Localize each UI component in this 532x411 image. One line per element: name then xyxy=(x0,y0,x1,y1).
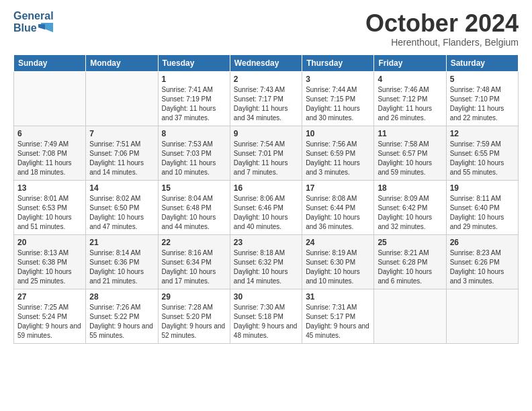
day-number: 16 xyxy=(234,183,298,193)
day-info: Sunrise: 8:23 AMSunset: 6:26 PMDaylight:… xyxy=(450,249,504,285)
day-info: Sunrise: 7:26 AMSunset: 5:22 PMDaylight:… xyxy=(89,304,153,339)
day-info: Sunrise: 7:31 AMSunset: 5:17 PMDaylight:… xyxy=(306,304,369,339)
day-info: Sunrise: 8:11 AMSunset: 6:40 PMDaylight:… xyxy=(450,195,504,230)
week-row-4: 27Sunrise: 7:25 AMSunset: 5:24 PMDayligh… xyxy=(14,289,519,343)
day-cell: 13Sunrise: 8:01 AMSunset: 6:53 PMDayligh… xyxy=(14,180,86,234)
day-cell xyxy=(14,71,86,126)
day-info: Sunrise: 8:21 AMSunset: 6:28 PMDaylight:… xyxy=(378,249,432,285)
day-info: Sunrise: 7:41 AMSunset: 7:19 PMDaylight:… xyxy=(162,86,216,122)
day-info: Sunrise: 7:58 AMSunset: 6:57 PMDaylight:… xyxy=(378,140,432,176)
day-number: 4 xyxy=(378,75,442,84)
day-cell: 15Sunrise: 8:04 AMSunset: 6:48 PMDayligh… xyxy=(158,180,230,234)
day-cell: 22Sunrise: 8:16 AMSunset: 6:34 PMDayligh… xyxy=(158,234,230,289)
day-info: Sunrise: 8:04 AMSunset: 6:48 PMDaylight:… xyxy=(162,195,216,230)
calendar-table: Sunday Monday Tuesday Wednesday Thursday… xyxy=(13,54,519,344)
day-info: Sunrise: 8:02 AMSunset: 6:50 PMDaylight:… xyxy=(89,195,144,230)
day-cell: 16Sunrise: 8:06 AMSunset: 6:46 PMDayligh… xyxy=(230,180,302,234)
day-info: Sunrise: 7:44 AMSunset: 7:15 PMDaylight:… xyxy=(306,86,360,122)
day-cell xyxy=(374,289,446,343)
day-cell: 9Sunrise: 7:54 AMSunset: 7:01 PMDaylight… xyxy=(230,126,302,180)
day-info: Sunrise: 7:49 AMSunset: 7:08 PMDaylight:… xyxy=(17,140,72,176)
day-cell: 20Sunrise: 8:13 AMSunset: 6:38 PMDayligh… xyxy=(14,234,86,289)
day-number: 8 xyxy=(162,129,226,138)
day-info: Sunrise: 7:56 AMSunset: 6:59 PMDaylight:… xyxy=(306,140,360,176)
col-tuesday: Tuesday xyxy=(158,54,230,71)
col-saturday: Saturday xyxy=(446,54,518,71)
day-cell: 17Sunrise: 8:08 AMSunset: 6:44 PMDayligh… xyxy=(302,180,374,234)
day-info: Sunrise: 8:19 AMSunset: 6:30 PMDaylight:… xyxy=(306,249,360,285)
day-cell xyxy=(446,289,518,343)
calendar-page: General Blue October 2024 Herenthout, Fl… xyxy=(0,0,532,354)
day-info: Sunrise: 8:13 AMSunset: 6:38 PMDaylight:… xyxy=(17,249,72,285)
day-cell: 2Sunrise: 7:43 AMSunset: 7:17 PMDaylight… xyxy=(230,71,302,126)
col-thursday: Thursday xyxy=(302,54,374,71)
day-info: Sunrise: 7:53 AMSunset: 7:03 PMDaylight:… xyxy=(162,140,216,176)
day-number: 2 xyxy=(234,75,298,84)
day-cell: 29Sunrise: 7:28 AMSunset: 5:20 PMDayligh… xyxy=(158,289,230,343)
header-row: Sunday Monday Tuesday Wednesday Thursday… xyxy=(14,54,519,71)
col-sunday: Sunday xyxy=(14,54,86,71)
day-number: 10 xyxy=(306,129,370,138)
day-info: Sunrise: 7:30 AMSunset: 5:18 PMDaylight:… xyxy=(234,304,298,339)
day-info: Sunrise: 7:43 AMSunset: 7:17 PMDaylight:… xyxy=(234,86,288,122)
day-number: 15 xyxy=(162,183,226,193)
day-cell: 27Sunrise: 7:25 AMSunset: 5:24 PMDayligh… xyxy=(14,289,86,343)
day-info: Sunrise: 7:51 AMSunset: 7:06 PMDaylight:… xyxy=(89,140,144,176)
day-number: 17 xyxy=(306,183,370,193)
day-info: Sunrise: 8:06 AMSunset: 6:46 PMDaylight:… xyxy=(234,195,288,230)
day-info: Sunrise: 7:48 AMSunset: 7:10 PMDaylight:… xyxy=(450,86,504,122)
day-info: Sunrise: 8:08 AMSunset: 6:44 PMDaylight:… xyxy=(306,195,360,230)
title-block: October 2024 Herenthout, Flanders, Belgi… xyxy=(365,10,519,48)
week-row-3: 20Sunrise: 8:13 AMSunset: 6:38 PMDayligh… xyxy=(14,234,519,289)
day-number: 5 xyxy=(450,75,515,84)
day-info: Sunrise: 7:25 AMSunset: 5:24 PMDaylight:… xyxy=(17,304,81,339)
day-cell: 31Sunrise: 7:31 AMSunset: 5:17 PMDayligh… xyxy=(302,289,374,343)
day-cell: 12Sunrise: 7:59 AMSunset: 6:55 PMDayligh… xyxy=(446,126,518,180)
day-info: Sunrise: 7:54 AMSunset: 7:01 PMDaylight:… xyxy=(234,140,288,176)
day-info: Sunrise: 7:59 AMSunset: 6:55 PMDaylight:… xyxy=(450,140,504,176)
day-number: 24 xyxy=(306,238,370,247)
day-number: 19 xyxy=(450,183,515,193)
day-number: 9 xyxy=(234,129,298,138)
location: Herenthout, Flanders, Belgium xyxy=(365,37,519,48)
week-row-0: 1Sunrise: 7:41 AMSunset: 7:19 PMDaylight… xyxy=(14,71,519,126)
day-number: 29 xyxy=(162,292,226,302)
month-title: October 2024 xyxy=(365,10,519,37)
day-number: 13 xyxy=(17,183,82,193)
day-info: Sunrise: 8:01 AMSunset: 6:53 PMDaylight:… xyxy=(17,195,72,230)
day-cell: 1Sunrise: 7:41 AMSunset: 7:19 PMDaylight… xyxy=(158,71,230,126)
col-wednesday: Wednesday xyxy=(230,54,302,71)
day-info: Sunrise: 8:09 AMSunset: 6:42 PMDaylight:… xyxy=(378,195,432,230)
day-number: 1 xyxy=(162,75,226,84)
col-monday: Monday xyxy=(86,54,158,71)
day-cell: 6Sunrise: 7:49 AMSunset: 7:08 PMDaylight… xyxy=(14,126,86,180)
day-cell: 25Sunrise: 8:21 AMSunset: 6:28 PMDayligh… xyxy=(374,234,446,289)
day-cell: 23Sunrise: 8:18 AMSunset: 6:32 PMDayligh… xyxy=(230,234,302,289)
col-friday: Friday xyxy=(374,54,446,71)
day-cell: 14Sunrise: 8:02 AMSunset: 6:50 PMDayligh… xyxy=(86,180,158,234)
week-row-1: 6Sunrise: 7:49 AMSunset: 7:08 PMDaylight… xyxy=(14,126,519,180)
day-number: 3 xyxy=(306,75,370,84)
day-number: 6 xyxy=(17,129,82,138)
day-cell: 5Sunrise: 7:48 AMSunset: 7:10 PMDaylight… xyxy=(446,71,518,126)
day-cell: 4Sunrise: 7:46 AMSunset: 7:12 PMDaylight… xyxy=(374,71,446,126)
day-cell: 8Sunrise: 7:53 AMSunset: 7:03 PMDaylight… xyxy=(158,126,230,180)
day-number: 22 xyxy=(162,238,226,247)
day-number: 23 xyxy=(234,238,298,247)
day-number: 28 xyxy=(89,292,154,302)
header: General Blue October 2024 Herenthout, Fl… xyxy=(13,10,519,48)
day-number: 21 xyxy=(89,238,154,247)
day-number: 31 xyxy=(306,292,370,302)
logo: General Blue xyxy=(13,10,54,34)
day-info: Sunrise: 8:14 AMSunset: 6:36 PMDaylight:… xyxy=(89,249,144,285)
day-number: 12 xyxy=(450,129,515,138)
week-row-2: 13Sunrise: 8:01 AMSunset: 6:53 PMDayligh… xyxy=(14,180,519,234)
day-number: 11 xyxy=(378,129,442,138)
day-number: 27 xyxy=(17,292,82,302)
day-cell: 7Sunrise: 7:51 AMSunset: 7:06 PMDaylight… xyxy=(86,126,158,180)
day-cell: 26Sunrise: 8:23 AMSunset: 6:26 PMDayligh… xyxy=(446,234,518,289)
day-cell: 21Sunrise: 8:14 AMSunset: 6:36 PMDayligh… xyxy=(86,234,158,289)
svg-marker-1 xyxy=(38,24,45,30)
day-cell: 18Sunrise: 8:09 AMSunset: 6:42 PMDayligh… xyxy=(374,180,446,234)
day-number: 25 xyxy=(378,238,442,247)
